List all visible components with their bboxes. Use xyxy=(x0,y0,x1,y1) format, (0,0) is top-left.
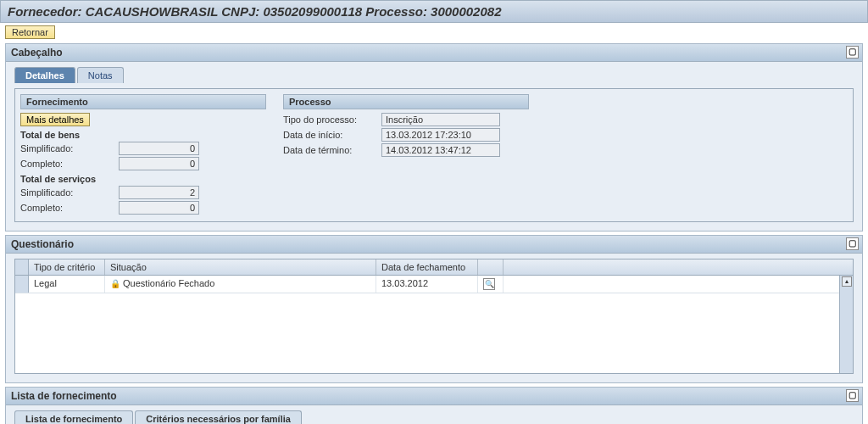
label-data-inicio: Data de início: xyxy=(283,130,376,140)
grid-body: Legal Questionário Fechado 13.03.2012 ▴ xyxy=(15,276,853,373)
cell-situacao-text: Questionário Fechado xyxy=(123,278,214,288)
panel-title-questionario: Questionário xyxy=(11,238,74,250)
panel-title: Cabeçalho xyxy=(11,47,63,59)
col-data: Data de fechamento xyxy=(376,259,478,275)
col-tipo: Tipo de critério xyxy=(29,259,105,275)
label-bens-simplificado: Simplificado: xyxy=(20,143,114,153)
lock-icon xyxy=(110,278,120,288)
detail-box: Fornecimento Mais detalhes Total de bens… xyxy=(14,88,854,222)
label-bens-completo: Completo: xyxy=(20,159,114,169)
panel-header-lista: Lista de fornecimento ▢ xyxy=(6,388,862,405)
cell-action xyxy=(478,276,504,293)
collapse-button[interactable]: ▢ xyxy=(846,389,859,402)
panel-title-lista: Lista de fornecimento xyxy=(11,390,117,402)
search-icon[interactable] xyxy=(483,278,495,290)
section-title-processo: Processo xyxy=(283,94,529,109)
questionario-grid: Tipo de critério Situação Data de fecham… xyxy=(14,259,854,374)
tab-criterios[interactable]: Critérios necessários por família xyxy=(135,410,302,424)
field-bens-completo: 0 xyxy=(119,157,199,170)
collapse-button[interactable]: ▢ xyxy=(846,46,859,59)
scroll-up-icon[interactable]: ▴ xyxy=(842,276,852,287)
label-serv-simplificado: Simplificado: xyxy=(20,187,114,198)
mais-detalhes-button[interactable]: Mais detalhes xyxy=(20,113,90,126)
row-selector[interactable] xyxy=(15,276,29,293)
section-fornecimento: Fornecimento Mais detalhes Total de bens… xyxy=(20,94,266,216)
col-action xyxy=(478,259,504,275)
row-selector-header xyxy=(15,259,29,275)
page-title: Fornecedor: CACAUSHOWBRASIL CNPJ: 035020… xyxy=(0,0,868,23)
section-title-fornecimento: Fornecimento xyxy=(20,94,266,109)
label-total-servicos: Total de serviços xyxy=(20,174,266,184)
tabstrip-cabecalho: Detalhes Notas xyxy=(6,62,862,83)
field-data-inicio: 13.03.2012 17:23:10 xyxy=(381,128,500,142)
field-serv-completo: 0 xyxy=(119,201,199,215)
field-tipo-processo: Inscrição xyxy=(381,113,500,126)
tabstrip-lista: Lista de fornecimento Critérios necessár… xyxy=(6,405,862,424)
return-button[interactable]: Retornar xyxy=(5,25,55,39)
panel-header-questionario: Questionário ▢ xyxy=(6,236,862,254)
tab-detalhes[interactable]: Detalhes xyxy=(14,67,75,83)
cell-data: 13.03.2012 xyxy=(376,276,478,293)
tab-lista-fornecimento[interactable]: Lista de fornecimento xyxy=(14,410,133,424)
section-processo: Processo Tipo do processo: Inscrição Dat… xyxy=(283,94,529,159)
label-data-termino: Data de término: xyxy=(283,145,376,155)
questionario-body: Tipo de critério Situação Data de fecham… xyxy=(6,254,862,382)
cell-tipo: Legal xyxy=(29,276,105,293)
label-tipo-processo: Tipo do processo: xyxy=(283,114,376,125)
label-serv-completo: Completo: xyxy=(20,203,114,213)
panel-header-cabecalho: Cabeçalho ▢ xyxy=(6,44,862,62)
panel-cabecalho: Cabeçalho ▢ Detalhes Notas Fornecimento … xyxy=(5,43,863,232)
col-situacao: Situação xyxy=(105,259,376,275)
cell-situacao: Questionário Fechado xyxy=(105,276,376,293)
table-row[interactable]: Legal Questionário Fechado 13.03.2012 xyxy=(15,276,839,293)
panel-questionario: Questionário ▢ Tipo de critério Situação… xyxy=(5,235,863,383)
grid-header: Tipo de critério Situação Data de fecham… xyxy=(15,259,853,276)
field-data-termino: 14.03.2012 13:47:12 xyxy=(381,143,500,157)
cabecalho-body: Fornecimento Mais detalhes Total de bens… xyxy=(6,83,862,231)
tab-notas[interactable]: Notas xyxy=(77,67,124,83)
toolbar: Retornar xyxy=(0,23,868,42)
scrollbar[interactable]: ▴ xyxy=(839,276,853,373)
label-total-bens: Total de bens xyxy=(20,130,266,140)
collapse-button[interactable]: ▢ xyxy=(846,237,859,250)
field-bens-simplificado: 0 xyxy=(119,142,199,155)
panel-lista: Lista de fornecimento ▢ Lista de forneci… xyxy=(5,387,863,424)
field-serv-simplificado: 2 xyxy=(119,186,199,199)
